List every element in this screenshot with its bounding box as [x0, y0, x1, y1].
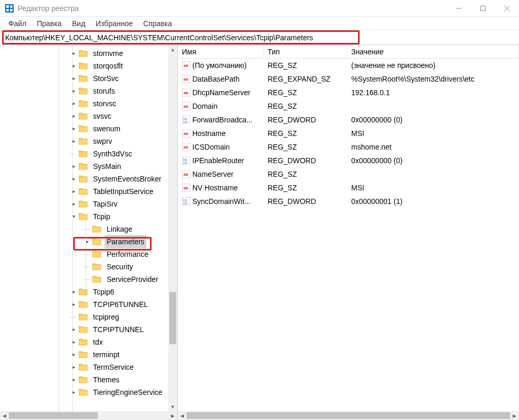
hscroll-left-button[interactable]: ◀ — [0, 411, 9, 420]
tree-item-performance[interactable]: Performance — [0, 248, 177, 260]
tree-item-label: Performance — [105, 247, 151, 261]
tree-item-tapisrv[interactable]: ▸TapiSrv — [0, 198, 177, 210]
list-row[interactable]: (По умолчанию)REG_SZ(значение не присвое… — [178, 59, 519, 72]
reg-string-icon — [182, 61, 190, 70]
list-row[interactable]: DataBasePathREG_EXPAND_SZ%SystemRoot%\Sy… — [178, 72, 519, 86]
tree-item-tcpip6tunnel[interactable]: ▸TCPIP6TUNNEL — [0, 298, 177, 311]
expand-toggle-icon[interactable]: ▾ — [70, 213, 77, 220]
menu-edit[interactable]: Правка — [31, 18, 66, 29]
expand-toggle-icon[interactable]: ▸ — [70, 326, 77, 333]
tree-item-swenum[interactable]: ▸swenum — [0, 122, 177, 135]
tree-item-termservice[interactable]: ▸TermService — [0, 361, 177, 373]
tree-item-swprv[interactable]: ▸swprv — [0, 135, 177, 147]
expand-toggle-icon[interactable]: ▸ — [70, 163, 77, 170]
list-row[interactable]: ForwardBroadca...REG_DWORD0x00000000 (0) — [178, 113, 519, 127]
menu-view[interactable]: Вид — [67, 18, 90, 29]
tree-item-synth3dvsc[interactable]: Synth3dVsc — [0, 147, 177, 160]
menu-help[interactable]: Справка — [138, 18, 177, 29]
tree-item-label: Themes — [91, 373, 122, 387]
col-header-type[interactable]: Тип — [263, 45, 347, 58]
col-header-value[interactable]: Значение — [347, 45, 519, 58]
tree-item-terminpt[interactable]: ▸terminpt — [0, 348, 177, 361]
reg-string-icon — [182, 75, 190, 83]
tree-item-tcpip6[interactable]: ▸Tcpip6 — [0, 286, 177, 298]
expand-toggle-icon[interactable]: ▸ — [70, 125, 77, 132]
tree-item-themes[interactable]: ▸Themes — [0, 373, 177, 386]
list-row[interactable]: SyncDomainWit...REG_DWORD0x00000001 (1) — [178, 195, 519, 208]
expand-toggle-icon[interactable]: ▸ — [70, 87, 77, 95]
menu-file[interactable]: Файл — [3, 18, 31, 29]
tree-item-security[interactable]: Security — [0, 260, 177, 273]
hscroll-right-thumb[interactable] — [187, 412, 510, 419]
window-title: Редактор реестра — [18, 4, 447, 13]
tree-line-stub — [70, 313, 77, 321]
expand-toggle-icon[interactable]: ▸ — [70, 338, 77, 346]
expand-toggle-icon[interactable]: ▸ — [70, 62, 77, 70]
tree-item-serviceprovider[interactable]: ServiceProvider — [0, 273, 177, 286]
tree-scrollbar[interactable]: ▲ ▼ — [168, 45, 177, 411]
menu-favorites[interactable]: Избранное — [90, 18, 138, 29]
tree-item-syseventsbroker[interactable]: ▸SystemEventsBroker — [0, 173, 177, 185]
folder-icon — [78, 137, 88, 145]
expand-toggle-icon[interactable]: ▸ — [70, 112, 77, 120]
tree-item-tcpiptunnel[interactable]: ▸TCPIPTUNNEL — [0, 323, 177, 336]
tree-item-stornvme[interactable]: ▸stornvme — [0, 47, 177, 60]
expand-toggle-icon[interactable]: ▸ — [70, 364, 77, 371]
tree-item-linkage[interactable]: Linkage — [0, 223, 177, 235]
reg-binary-icon — [182, 116, 190, 124]
tree-item-storufs[interactable]: ▸storufs — [0, 85, 177, 97]
list-row[interactable]: DhcpNameServerREG_SZ192.168.0.1 — [178, 86, 519, 99]
expand-toggle-icon[interactable]: ▸ — [70, 50, 77, 57]
expand-toggle-icon[interactable]: ▸ — [70, 100, 77, 107]
tree-item-label: stornvme — [91, 47, 125, 60]
scroll-up-icon[interactable]: ▲ — [168, 45, 177, 54]
scroll-down-icon[interactable]: ▼ — [168, 402, 177, 411]
tree-item-storsvc[interactable]: ▸StorSvc — [0, 72, 177, 85]
expand-toggle-icon[interactable]: ▸ — [70, 376, 77, 383]
list-row[interactable]: NameServerREG_SZ — [178, 167, 519, 181]
maximize-button[interactable] — [471, 0, 495, 17]
tree-item-tabletinputservice[interactable]: ▸TabletInputService — [0, 185, 177, 198]
expand-toggle-icon[interactable]: ▸ — [70, 200, 77, 208]
hscroll-right-button[interactable]: ▶ — [168, 411, 177, 420]
minimize-button[interactable] — [447, 0, 471, 17]
scroll-thumb[interactable] — [169, 292, 176, 344]
value-name: Domain — [192, 102, 217, 110]
expand-toggle-icon[interactable]: ▸ — [70, 301, 77, 308]
tree-item-tcpipreg[interactable]: tcpipreg — [0, 311, 177, 323]
tree-item-svsvc[interactable]: ▸svsvc — [0, 110, 177, 122]
expand-toggle-icon[interactable]: ▸ — [70, 175, 77, 183]
tree-item-tieringenginesvc[interactable]: ▸TieringEngineService — [0, 386, 177, 399]
tree-item-storqosflt[interactable]: ▸storqosflt — [0, 60, 177, 72]
list-row[interactable]: NV HostnameREG_SZMSI — [178, 181, 519, 195]
expand-toggle-icon[interactable]: ▸ — [70, 188, 77, 195]
list-row[interactable]: HostnameREG_SZMSI — [178, 127, 519, 140]
tree-item-tcpip[interactable]: ▾Tcpip — [0, 210, 177, 223]
list-row[interactable]: IPEnableRouterREG_DWORD0x00000000 (0) — [178, 154, 519, 167]
value-data: 0x00000000 (0) — [347, 113, 519, 127]
expand-toggle-icon[interactable]: ▸ — [84, 238, 91, 245]
value-name: NV Hostname — [192, 184, 238, 192]
tree-item-sysmain[interactable]: ▸SysMain — [0, 160, 177, 173]
hscroll-right-button-2[interactable]: ▶ — [510, 411, 519, 420]
list-row[interactable]: DomainREG_SZ — [178, 99, 519, 113]
tree-item-label: Linkage — [105, 222, 134, 236]
hscroll-left-button-2[interactable]: ◀ — [178, 411, 187, 420]
tree-item-label: StorSvc — [91, 72, 121, 85]
value-type: REG_SZ — [263, 167, 347, 181]
tree-item-parameters[interactable]: ▸Parameters — [0, 235, 177, 248]
col-header-name[interactable]: Имя — [178, 45, 263, 58]
folder-icon — [78, 288, 88, 296]
reg-string-icon — [182, 184, 190, 192]
hscroll-left-thumb[interactable] — [9, 412, 98, 419]
expand-toggle-icon[interactable]: ▸ — [70, 75, 77, 82]
address-bar[interactable]: Компьютер\HKEY_LOCAL_MACHINE\SYSTEM\Curr… — [2, 32, 517, 43]
close-button[interactable] — [495, 0, 519, 17]
tree-item-tdx[interactable]: ▸tdx — [0, 336, 177, 348]
list-row[interactable]: ICSDomainREG_SZmshome.net — [178, 140, 519, 154]
expand-toggle-icon[interactable]: ▸ — [70, 389, 77, 396]
expand-toggle-icon[interactable]: ▸ — [70, 351, 77, 358]
expand-toggle-icon[interactable]: ▸ — [70, 288, 77, 296]
tree-item-storvsc[interactable]: ▸storvsc — [0, 97, 177, 110]
expand-toggle-icon[interactable]: ▸ — [70, 138, 77, 145]
